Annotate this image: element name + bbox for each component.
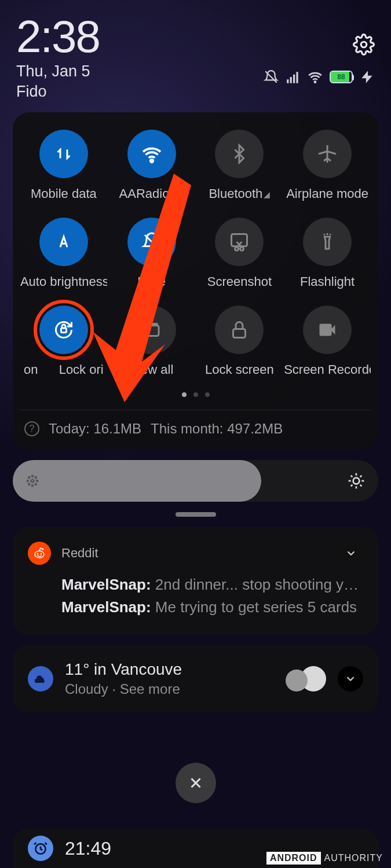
tile-label: Auto brightness: [20, 274, 107, 289]
carrier-label: Fido: [16, 83, 100, 101]
svg-point-12: [32, 485, 33, 486]
svg-point-18: [35, 484, 36, 485]
screen-recorder-icon: [303, 306, 352, 354]
expand-chevron-icon[interactable]: [338, 666, 363, 692]
shade-handle[interactable]: [176, 512, 216, 517]
flashlight-icon: [303, 218, 352, 266]
weather-app-icon: [28, 666, 53, 692]
qs-tile-screen-recorder[interactable]: Screen Recorder: [283, 306, 371, 377]
tile-label: Flashlight: [300, 274, 355, 289]
svg-point-29: [41, 553, 42, 555]
tile-label: Lock screen: [205, 362, 274, 377]
signal-icon: [286, 69, 301, 84]
data-month: This month: 497.2MB: [151, 421, 283, 437]
tile-label: Airplane mode: [286, 186, 368, 201]
help-icon: ?: [24, 421, 39, 436]
dismiss-button[interactable]: [176, 763, 216, 803]
mute-icon: [127, 218, 176, 266]
cloud-icon: [286, 666, 326, 692]
clock-time: 2:38: [16, 16, 100, 57]
svg-point-1: [315, 82, 316, 83]
wifi-icon: [308, 69, 323, 84]
data-usage-row[interactable]: ? Today: 16.1MB This month: 497.2MB: [20, 410, 371, 437]
view-all-icon: [127, 306, 176, 354]
qs-tile-aaradio2[interactable]: AARadio2◢: [108, 130, 196, 201]
settings-gear-icon[interactable]: [353, 34, 375, 58]
qs-tile-bluetooth[interactable]: Bluetooth◢: [196, 130, 284, 201]
qs-tile-screenshot[interactable]: Screenshot: [196, 218, 284, 289]
mobile-data-icon: [39, 130, 88, 178]
auto-brightness-icon: [39, 218, 88, 266]
svg-line-24: [351, 476, 353, 477]
qs-tile-mobile-data[interactable]: Mobile data: [20, 130, 108, 201]
alarm-time: 21:49: [65, 838, 111, 859]
svg-point-2: [150, 160, 153, 163]
notification-app-name: Reddit: [61, 546, 98, 561]
svg-point-19: [353, 478, 360, 484]
tile-label: View all: [130, 362, 173, 377]
svg-line-26: [351, 485, 353, 487]
charging-bolt-icon: [360, 69, 375, 84]
notification-weather[interactable]: 11° in Vancouve Cloudy · See more: [13, 645, 378, 712]
clock-date: Thu, Jan 5: [16, 62, 100, 80]
tile-label: Mobile data: [31, 186, 97, 201]
svg-point-0: [361, 42, 367, 47]
brightness-slider[interactable]: [13, 460, 378, 502]
brightness-high-icon: [347, 472, 366, 490]
battery-icon: 88: [330, 71, 353, 83]
svg-point-28: [37, 553, 39, 555]
svg-point-17: [28, 484, 30, 485]
lock-screen-icon: [215, 306, 264, 354]
weather-title: 11° in Vancouve: [65, 660, 274, 679]
qs-tile-airplane-mode[interactable]: Airplane mode: [283, 130, 371, 201]
tile-label: on Lock ori: [24, 362, 104, 377]
svg-rect-6: [61, 328, 66, 333]
aaradio2-icon: [127, 130, 176, 178]
bluetooth-icon: [215, 130, 264, 178]
close-icon: [187, 774, 204, 792]
reddit-icon: [28, 542, 51, 565]
svg-point-15: [28, 477, 30, 478]
svg-point-4: [235, 247, 239, 251]
vibrate-off-icon: [264, 69, 279, 84]
expand-chevron-icon[interactable]: [339, 541, 363, 565]
tile-label: Screen Recorder: [284, 362, 371, 377]
svg-point-14: [36, 480, 38, 481]
alarm-clock-icon: [28, 836, 53, 861]
qs-tile-view-all[interactable]: View all: [108, 306, 196, 377]
data-today: Today: 16.1MB: [49, 421, 141, 437]
svg-point-5: [240, 247, 244, 251]
qs-tile-auto-brightness[interactable]: Auto brightness: [20, 218, 108, 289]
svg-rect-8: [147, 324, 157, 326]
airplane-mode-icon: [303, 130, 352, 178]
qs-tile-lock-screen[interactable]: Lock screen: [196, 306, 284, 377]
lock-ori-icon: [39, 306, 88, 354]
qs-tile-lock-ori[interactable]: on Lock ori: [20, 306, 108, 377]
svg-line-25: [360, 485, 362, 487]
notification-line-1: MarvelSnap: 2nd dinner... stop shooting …: [61, 576, 363, 594]
watermark: ANDROIDAUTHORITY: [266, 852, 386, 865]
qs-tile-mute[interactable]: Mute: [108, 218, 196, 289]
page-indicator[interactable]: [20, 392, 371, 397]
svg-point-13: [27, 480, 28, 481]
svg-line-27: [360, 476, 362, 477]
qs-tile-flashlight[interactable]: Flashlight: [283, 218, 371, 289]
tile-label: Bluetooth◢: [209, 186, 270, 201]
svg-point-10: [31, 480, 34, 483]
screenshot-icon: [215, 218, 264, 266]
notification-line-2: MarvelSnap: Me trying to get series 5 ca…: [61, 598, 363, 616]
quick-settings-panel: Mobile dataAARadio2◢Bluetooth◢Airplane m…: [13, 112, 378, 450]
tile-label: Screenshot: [207, 274, 272, 289]
svg-rect-7: [145, 326, 159, 336]
brightness-low-icon: [24, 473, 41, 489]
tile-label: AARadio2◢: [119, 186, 184, 201]
svg-point-16: [35, 477, 36, 478]
tile-label: Mute: [137, 274, 166, 289]
notification-reddit[interactable]: Reddit MarvelSnap: 2nd dinner... stop sh…: [13, 527, 378, 635]
svg-rect-9: [233, 329, 246, 338]
svg-point-11: [32, 476, 33, 477]
weather-subtitle: Cloudy · See more: [65, 681, 274, 697]
status-bar-icons: 88: [264, 69, 375, 84]
